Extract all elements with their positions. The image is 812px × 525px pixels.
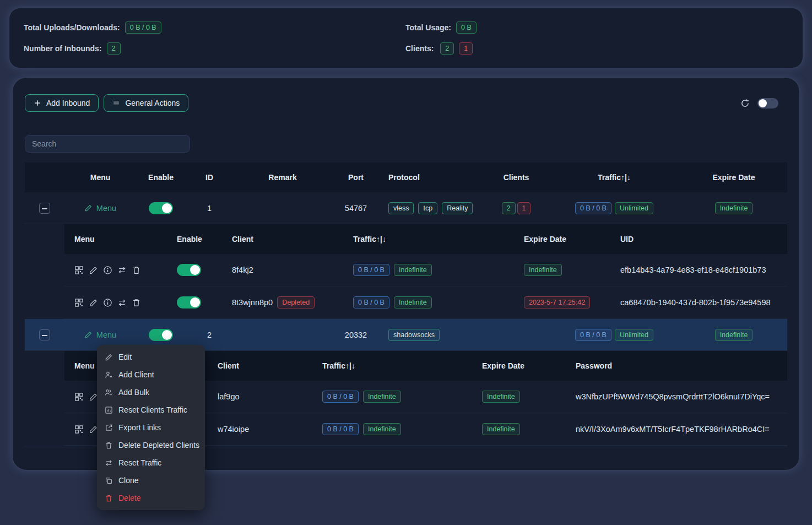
inbound-row: Menu 1 54767 vless tcp Reality 2 1 0 B /… xyxy=(25,192,787,224)
add-inbound-button[interactable]: Add Inbound xyxy=(25,94,99,112)
expire-badge: Indefinite xyxy=(715,329,753,341)
inbound-menu-button[interactable]: Menu xyxy=(84,331,116,339)
info-icon[interactable] xyxy=(103,266,112,275)
inbound-enable-toggle[interactable] xyxy=(149,202,173,214)
client-name: 8f4kj2 xyxy=(222,266,343,274)
inbound-traffic: 0 B / 0 B Unlimited xyxy=(548,202,680,214)
collapse-inbound-button[interactable] xyxy=(39,203,50,214)
delete-icon[interactable] xyxy=(132,298,141,307)
toolbar: Add Inbound General Actions xyxy=(25,94,787,112)
menu-item-label: Edit xyxy=(118,353,132,361)
header-expire-date: Expire Date xyxy=(472,361,566,370)
menu-item-label: Add Client xyxy=(118,370,154,379)
toolbar-right xyxy=(740,98,787,109)
qr-code-icon[interactable] xyxy=(74,298,84,307)
client-traffic: 0 B / 0 B Indefinite xyxy=(312,391,472,403)
qr-code-icon[interactable] xyxy=(74,392,84,402)
client-name: laf9go xyxy=(208,392,312,401)
stat-usage-label: Total Usage: xyxy=(405,23,451,32)
client-password: w3NfbzUPf5WWd745Q8pvsmQrdrttT2lO6knuI7Di… xyxy=(566,392,787,401)
client-enable-toggle[interactable] xyxy=(177,296,201,308)
depleted-badge: Depleted xyxy=(277,296,315,308)
clone-icon xyxy=(105,477,113,485)
client-traffic: 0 B / 0 B Indefinite xyxy=(343,296,514,308)
stat-total-usage: Total Usage: 0 B xyxy=(405,21,788,34)
refresh-icon[interactable] xyxy=(740,99,750,108)
menu-item-label: Add Bulk xyxy=(118,388,149,397)
traffic-badge: 0 B / 0 B xyxy=(575,202,611,214)
traffic-limit-badge: Indefinite xyxy=(363,391,401,403)
inbound-expire: Indefinite xyxy=(680,202,787,214)
reset-traffic-icon[interactable] xyxy=(117,266,127,275)
menu-item-clone[interactable]: Clone xyxy=(97,472,205,489)
edit-icon xyxy=(84,204,93,212)
search-input[interactable] xyxy=(25,135,190,153)
inbound-id: 1 xyxy=(186,204,233,213)
header-port: Port xyxy=(332,173,380,182)
header-client: Client xyxy=(208,361,312,370)
stat-total-uploads-downloads: Total Uploads/Downloads: 0 B / 0 B xyxy=(24,21,405,34)
menu-item-label: Export Links xyxy=(118,423,161,432)
client-actions xyxy=(64,266,167,275)
inbound-protocols: shadowsocks xyxy=(380,329,484,341)
stat-clients-label: Clients: xyxy=(405,44,434,53)
protocol-tag: shadowsocks xyxy=(388,329,440,341)
header-enable: Enable xyxy=(167,235,222,243)
expire-badge: Indefinite xyxy=(524,264,562,276)
add-client-icon xyxy=(105,371,113,379)
inbound-menu-button[interactable]: Menu xyxy=(84,204,116,213)
client-traffic: 0 B / 0 B Indefinite xyxy=(343,264,514,276)
stats-panel: Total Uploads/Downloads: 0 B / 0 B Total… xyxy=(9,8,803,68)
menu-item-export-links[interactable]: Export Links xyxy=(97,419,205,436)
stat-uploads-label: Total Uploads/Downloads: xyxy=(24,23,120,32)
delete-icon[interactable] xyxy=(132,266,141,275)
inbound-expire: Indefinite xyxy=(680,329,787,341)
inbound-protocols: vless tcp Reality xyxy=(380,202,484,214)
header-clients: Clients xyxy=(484,173,548,182)
menu-item-delete[interactable]: Delete xyxy=(97,489,205,507)
protocol-tag: vless xyxy=(388,202,414,214)
stat-number-of-inbounds: Number of Inbounds: 2 xyxy=(24,42,405,55)
menu-item-add-client[interactable]: Add Client xyxy=(97,366,205,383)
delete-depleted-icon xyxy=(105,441,113,450)
traffic-limit-badge: Unlimited xyxy=(615,202,653,214)
inbound-enable-toggle[interactable] xyxy=(149,329,173,341)
menu-item-delete-depleted-clients[interactable]: Delete Depleted Clients xyxy=(97,436,205,454)
inbound-id: 2 xyxy=(186,331,233,339)
header-traffic-sort[interactable]: Traffic↑|↓ xyxy=(343,235,514,243)
client-expire: 2023-5-7 17:25:42 xyxy=(514,296,610,308)
depleted-filter-toggle[interactable] xyxy=(757,98,778,109)
general-actions-button[interactable]: General Actions xyxy=(104,94,188,112)
reset-traffic-icon[interactable] xyxy=(117,298,127,307)
menu-item-reset-traffic[interactable]: Reset Traffic xyxy=(97,454,205,472)
stat-inbounds-value: 2 xyxy=(107,42,121,55)
client-row: 8f4kj2 0 B / 0 B Indefinite Indefinite e… xyxy=(64,254,787,286)
qr-code-icon[interactable] xyxy=(74,266,84,275)
collapse-inbound-button[interactable] xyxy=(39,329,50,340)
header-uid: UID xyxy=(610,235,787,243)
menu-item-label: Reset Clients Traffic xyxy=(118,405,187,414)
inbound-context-menu: Edit Add Client Add Bulk Reset Clients T… xyxy=(97,345,205,510)
header-traffic-sort[interactable]: Traffic↑|↓ xyxy=(312,361,472,370)
client-actions xyxy=(64,298,167,307)
menu-item-edit[interactable]: Edit xyxy=(97,348,205,366)
client-expire: Indefinite xyxy=(472,391,566,403)
edit-icon[interactable] xyxy=(89,298,98,307)
info-icon[interactable] xyxy=(103,298,112,307)
inbound-traffic: 0 B / 0 B Unlimited xyxy=(548,329,680,341)
header-id: ID xyxy=(186,173,233,182)
stat-inbounds-label: Number of Inbounds: xyxy=(24,44,102,53)
menu-item-reset-clients-traffic[interactable]: Reset Clients Traffic xyxy=(97,401,205,419)
header-traffic-sort[interactable]: Traffic↑|↓ xyxy=(548,173,680,182)
expire-badge: Indefinite xyxy=(482,391,520,403)
traffic-limit-badge: Indefinite xyxy=(363,423,401,435)
header-password: Password xyxy=(566,361,787,370)
client-enable-toggle[interactable] xyxy=(177,264,201,276)
inbound-port: 20332 xyxy=(332,331,380,339)
qr-code-icon[interactable] xyxy=(74,425,84,434)
expire-badge: 2023-5-7 17:25:42 xyxy=(524,296,590,308)
edit-icon[interactable] xyxy=(89,266,98,275)
menu-item-add-bulk[interactable]: Add Bulk xyxy=(97,383,205,401)
traffic-limit-badge: Indefinite xyxy=(394,264,432,276)
menu-item-label: Clone xyxy=(118,476,139,485)
